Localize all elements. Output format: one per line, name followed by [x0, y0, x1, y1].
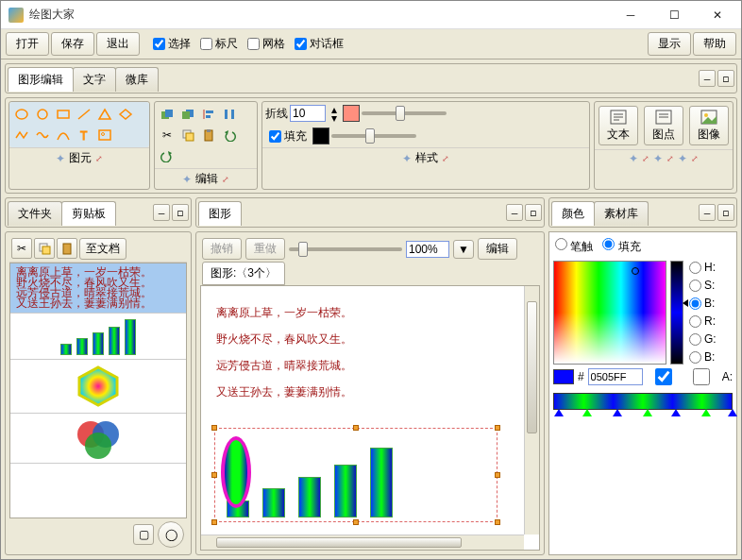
shape-wave-icon[interactable] [33, 126, 52, 144]
ribbon-close[interactable]: ◻ [717, 70, 734, 87]
tab-microlib[interactable]: 微库 [115, 67, 159, 92]
open-button[interactable]: 打开 [6, 32, 49, 56]
shape-text-icon[interactable]: T [75, 126, 93, 144]
maximize-button[interactable]: ☐ [652, 1, 696, 28]
edit-button[interactable]: 编辑 [478, 238, 517, 260]
tab-clipboard[interactable]: 剪贴板 [61, 201, 116, 226]
panel-max[interactable]: ◻ [172, 204, 189, 221]
selection-box[interactable] [214, 428, 497, 522]
zoom-slider[interactable] [289, 247, 402, 251]
shape-line-icon[interactable] [75, 105, 93, 124]
redo-icon[interactable] [158, 146, 177, 165]
stroke-color-swatch[interactable] [343, 105, 360, 122]
show-button[interactable]: 显示 [648, 32, 691, 56]
panel-min[interactable]: — [506, 204, 523, 221]
hex-input[interactable] [588, 368, 643, 385]
expand-icon[interactable]: ⤢ [222, 175, 229, 184]
gradient-bar[interactable] [553, 393, 733, 410]
align-left-icon[interactable] [199, 105, 218, 124]
h-radio[interactable]: H: [689, 261, 717, 274]
g-radio[interactable]: G: [689, 332, 717, 346]
minimize-button[interactable]: ─ [609, 1, 652, 28]
spectrum-cursor[interactable] [632, 267, 639, 275]
b-radio[interactable]: B: [689, 297, 717, 310]
save-button[interactable]: 保存 [51, 32, 94, 56]
dialog-checkbox[interactable]: 对话框 [295, 36, 344, 52]
shape-arc-icon[interactable] [54, 126, 73, 144]
drawing-canvas[interactable]: 离离原上草，一岁一枯荣。野火烧不尽，春风吹又生。 远芳侵古道，晴翠接荒城。又送王… [200, 285, 540, 551]
shape-polyline-icon[interactable] [12, 126, 31, 144]
tab-text[interactable]: 文字 [73, 67, 116, 92]
panel-max[interactable]: ◻ [525, 204, 542, 221]
insert-point-button[interactable]: 图点 [644, 106, 683, 145]
clipboard-list[interactable]: 离离原上草，一岁一枯荣。野火烧不尽，春风吹又生。 远芳侵古道，晴翠接荒城。又送王… [9, 263, 187, 518]
polyline-width-input[interactable] [290, 105, 326, 122]
tab-folder[interactable]: 文件夹 [8, 201, 62, 226]
scrollbar-horizontal[interactable] [201, 535, 524, 550]
polyline-label: 折线 [265, 106, 288, 122]
fill-color-swatch[interactable] [312, 127, 329, 144]
paste-icon[interactable] [199, 126, 218, 144]
undo-icon[interactable] [220, 126, 239, 144]
s-radio[interactable]: S: [689, 279, 717, 292]
paste-button[interactable] [57, 238, 77, 259]
panel-min[interactable]: — [153, 204, 170, 221]
shape-triangle-icon[interactable] [95, 105, 114, 124]
spinner-down-icon[interactable]: ▾ [328, 113, 341, 122]
insert-text-button[interactable]: 文本 [599, 106, 638, 145]
clip-item-bars[interactable] [10, 314, 186, 360]
color-spectrum[interactable] [553, 261, 666, 365]
zoom-dropdown[interactable]: ▼ [453, 240, 474, 259]
insert-image-button[interactable]: 图像 [689, 106, 729, 145]
shape-ellipse-icon[interactable] [12, 105, 31, 124]
b2-radio[interactable]: B: [689, 350, 717, 364]
color-check2[interactable] [684, 368, 718, 385]
color-check1[interactable] [647, 368, 681, 385]
copy-icon[interactable] [178, 126, 197, 144]
fill-checkbox[interactable]: 填充 [269, 128, 307, 144]
panel-max[interactable]: ◻ [717, 204, 734, 221]
pen-radio[interactable]: 笔触 [555, 238, 593, 255]
select-checkbox[interactable]: 选择 [153, 36, 191, 52]
shape-rect-icon[interactable] [54, 105, 73, 124]
expand-icon[interactable]: ⤢ [642, 154, 649, 163]
pick-front-icon[interactable] [158, 105, 177, 124]
shape-image-icon[interactable] [95, 126, 114, 144]
fill-opacity-slider[interactable] [331, 134, 416, 138]
cut-icon[interactable]: ✂ [158, 126, 177, 144]
scrollbar-vertical[interactable] [524, 286, 539, 535]
hue-bar[interactable] [670, 261, 683, 365]
grid-checkbox[interactable]: 网格 [247, 36, 285, 52]
expand-icon[interactable]: ⤢ [95, 154, 103, 163]
square-button[interactable]: ▢ [133, 524, 154, 545]
circle-button[interactable]: ◯ [158, 521, 184, 548]
panel-min[interactable]: — [699, 204, 716, 221]
tab-material[interactable]: 素材库 [594, 201, 649, 226]
r-radio[interactable]: R: [689, 314, 717, 328]
ruler-checkbox[interactable]: 标尺 [200, 36, 238, 52]
copy-button[interactable] [34, 238, 55, 259]
clip-item-hexagon[interactable] [10, 360, 186, 414]
cut-button[interactable]: ✂ [11, 238, 32, 259]
close-button[interactable]: ✕ [696, 1, 739, 28]
fill-radio[interactable]: 填充 [602, 238, 640, 255]
help-button[interactable]: 帮助 [693, 32, 736, 56]
ribbon-minimize[interactable]: — [699, 70, 716, 87]
expand-icon[interactable]: ⤢ [442, 154, 449, 163]
shape-rhombus-icon[interactable] [116, 105, 135, 124]
svg-line-3 [78, 110, 90, 119]
distribute-icon[interactable] [220, 105, 239, 124]
tab-color[interactable]: 颜色 [551, 201, 595, 226]
zoom-input[interactable] [406, 241, 449, 258]
exit-button[interactable]: 退出 [96, 32, 140, 56]
current-color-swatch[interactable] [553, 369, 574, 384]
shape-circle-icon[interactable] [33, 105, 52, 124]
tab-canvas[interactable]: 图形 [198, 201, 242, 226]
clip-item-poem[interactable]: 离离原上草，一岁一枯荣。野火烧不尽，春风吹又生。 远芳侵古道，晴翠接荒城。又送王… [10, 263, 186, 314]
to-doc-button[interactable]: 至文档 [79, 238, 126, 260]
clip-item-venn[interactable] [10, 414, 186, 464]
pick-back-icon[interactable] [178, 105, 197, 124]
tab-shape-edit[interactable]: 图形编辑 [8, 67, 74, 92]
canvas-object-tab[interactable]: 图形:〈3个〉 [202, 262, 285, 285]
stroke-opacity-slider[interactable] [362, 111, 447, 115]
